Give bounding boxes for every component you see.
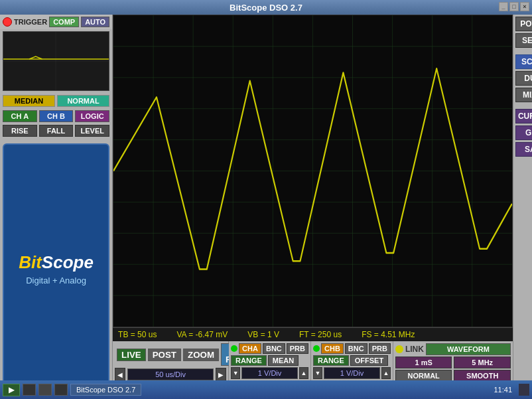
live-post-zoom-row: LIVE POST ZOOM AUTO FOCUS [115,343,226,366]
median-button[interactable]: MEDIAN [3,95,55,107]
save-button[interactable]: SAVE [515,142,532,157]
link-row: LINK WAVEFORM [395,343,511,355]
freq-button[interactable]: 5 MHz [454,357,511,368]
chb-range-offset: RANGE OFFSET [313,355,391,366]
logo-subtitle: Digital + Analog [26,276,86,285]
cursor-button[interactable]: CURSOR [515,109,532,123]
trigger-label: TRIGGER [14,18,47,26]
rise-fall-level-row: RISE FALL LEVEL [0,123,112,138]
titlebar: BitScope DSO 2.7 _ □ × [0,0,532,15]
chb-offset-button[interactable]: OFFSET [350,355,388,366]
trigger-row: TRIGGER COMP AUTO [0,15,112,29]
trigger-dot [3,17,12,27]
cha-prb-button[interactable]: PRB [287,343,308,354]
titlebar-controls[interactable]: _ □ × [499,2,529,11]
cha-header: CHA BNC PRB [231,343,308,354]
tb-value: TB = 50 us [118,330,157,339]
link-label: LINK [405,345,424,354]
close-button[interactable]: × [520,2,529,11]
timebase-display: 50 us/Div [127,368,214,380]
taskbar-clock: 11:41 [490,386,516,394]
power-button[interactable]: POWER [515,17,532,31]
scope-display [113,15,513,327]
median-normal-row: MEDIAN NORMAL [0,93,112,109]
setup-button[interactable]: SETUP [515,33,532,48]
waveform-button[interactable]: WAVEFORM [426,343,511,355]
live-button[interactable]: LIVE [117,349,146,361]
taskbar-tray-icon [519,384,529,396]
ft-value: FT = 250 us [299,330,342,339]
maximize-button[interactable]: □ [509,2,519,11]
chb-vdiv-increment[interactable]: ▲ [381,367,391,379]
chb-vdiv-display: 1 V/Div [324,367,380,379]
preview-scope [3,31,109,91]
rise-button[interactable]: RISE [3,125,37,137]
dual-mode-button[interactable]: DUAL [515,71,532,86]
taskbar-app-button[interactable]: BitScope DSO 2.7 [70,384,141,396]
center-area: TB = 50 us VA = -6.47 mV VB = 1 V FT = 2… [113,15,513,399]
timebase-decrement-button[interactable]: ◀ [115,368,125,381]
logo-title: BitScope [19,252,94,273]
cha-mean-button[interactable]: MEAN [268,355,299,366]
timebase-increment-button[interactable]: ▶ [216,368,226,381]
chb-trigger-button[interactable]: CH B [39,110,74,122]
comp-button[interactable]: COMP [49,17,79,27]
cha-bnc-button[interactable]: BNC [263,343,285,354]
level-button[interactable]: LEVEL [75,125,109,137]
cha-chb-logic-row: CH A CH B LOGIC [0,109,112,123]
taskbar-icon3 [54,384,68,396]
cha-trigger-button[interactable]: CH A [3,110,37,122]
link-indicator [395,345,403,353]
cha-vdiv-decrement[interactable]: ▼ [231,367,240,379]
chb-indicator [313,345,320,352]
chb-vdiv-row: ▼ 1 V/Div ▲ [313,367,391,379]
grid-button[interactable]: GRID [515,125,532,140]
left-panel: TRIGGER COMP AUTO MEDIAN NORMAL CH A CH [0,15,113,399]
cha-vdiv-display: 1 V/Div [241,367,298,379]
normal-button[interactable]: NORMAL [57,95,109,107]
minimize-button[interactable]: _ [499,2,508,11]
taskbar: ▶ BitScope DSO 2.7 11:41 [0,380,532,399]
cha-range-mean: RANGE MEAN [231,355,308,366]
right-panel: POWER SETUP SCOPE DUAL MIXED CURSOR GRID… [513,15,532,399]
window-title: BitScope DSO 2.7 [230,3,302,13]
mixed-mode-button[interactable]: MIXED [515,88,532,102]
taskbar-icon2 [38,384,52,396]
main-area: TRIGGER COMP AUTO MEDIAN NORMAL CH A CH [0,15,532,399]
chb-vdiv-decrement[interactable]: ▼ [313,367,322,379]
scope-status-bar: TB = 50 us VA = -6.47 mV VB = 1 V FT = 2… [113,327,513,341]
post-button[interactable]: POST [148,349,181,361]
chb-range-button[interactable]: RANGE [313,355,349,366]
fs-value: FS = 4.51 MHz [362,330,415,339]
chb-prb-button[interactable]: PRB [369,343,391,354]
cha-range-button[interactable]: RANGE [231,355,267,366]
taskbar-icon1 [23,384,36,396]
va-value: VA = -6.47 mV [176,330,228,339]
cha-indicator [231,345,237,352]
zoom-button[interactable]: ZOOM [183,349,219,361]
time-button[interactable]: 1 mS [395,357,452,368]
time-freq-row: 1 mS 5 MHz [395,357,511,368]
taskbar-app-label: BitScope DSO 2.7 [76,386,135,394]
cha-vdiv-row: ▼ 1 V/Div ▲ [231,367,308,379]
start-button[interactable]: ▶ [3,384,20,396]
bitscope-logo: BitScope Digital + Analog [3,143,109,394]
chb-header: CHB BNC PRB [313,343,391,354]
timebase-row: ◀ 50 us/Div ▶ [115,368,226,381]
chb-bnc-button[interactable]: BNC [345,343,367,354]
fall-button[interactable]: FALL [39,125,74,137]
scope-mode-button[interactable]: SCOPE [515,54,532,69]
cha-select-button[interactable]: CHA [239,343,261,354]
vb-value: VB = 1 V [247,330,279,339]
auto-button[interactable]: AUTO [81,17,109,27]
chb-select-button[interactable]: CHB [321,343,344,354]
cha-vdiv-increment[interactable]: ▲ [299,367,308,379]
logic-trigger-button[interactable]: LOGIC [75,110,109,122]
